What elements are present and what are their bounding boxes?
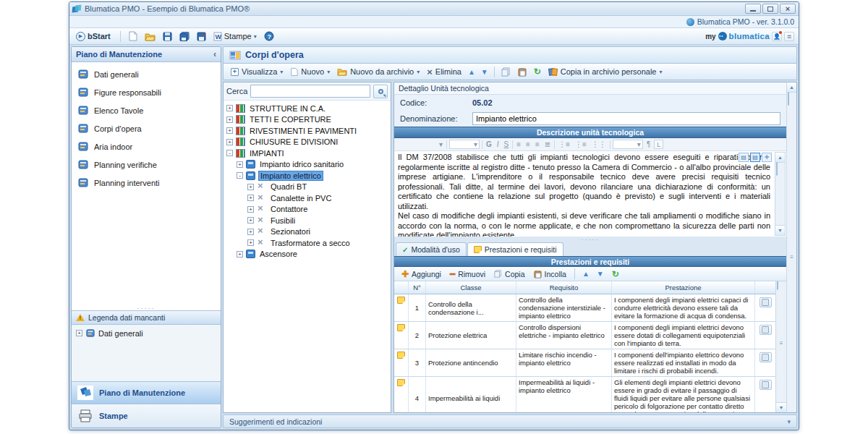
- view-mode-button[interactable]: ▤: [739, 153, 749, 162]
- tree-toggle[interactable]: +: [237, 251, 243, 258]
- row-note-button[interactable]: [760, 380, 772, 390]
- tree-node[interactable]: + Canalette in PVC: [225, 192, 389, 204]
- chevron-down-icon[interactable]: ▾: [787, 418, 791, 425]
- tree-toggle[interactable]: -: [226, 150, 233, 156]
- new-file-button[interactable]: [126, 30, 140, 42]
- italic-button[interactable]: I: [495, 140, 501, 148]
- nav-button-piano[interactable]: Piano di Manutenzione: [72, 381, 221, 404]
- elimina-button[interactable]: × Elimina: [424, 66, 464, 78]
- status-bar[interactable]: Suggerimenti ed indicazioni ▾: [223, 414, 797, 428]
- tree-node[interactable]: + Fusibili: [225, 215, 389, 226]
- table-row[interactable]: 4 Impermeabilità ai liquidi Impermeabili…: [394, 377, 775, 412]
- zoom-dropdown[interactable]: ▾: [613, 140, 643, 149]
- row-note-button[interactable]: [760, 352, 772, 362]
- save-as-button[interactable]: [195, 31, 208, 42]
- tree-node[interactable]: + Quadri BT: [225, 182, 389, 193]
- table-scrollbar[interactable]: ≡ ▼: [775, 281, 786, 412]
- tree-toggle[interactable]: +: [247, 184, 254, 190]
- scroll-thumb[interactable]: [776, 162, 778, 176]
- open-file-button[interactable]: [142, 31, 158, 42]
- row-note-button[interactable]: [760, 325, 772, 335]
- tree-node[interactable]: + TETTI E COPERTURE: [225, 114, 389, 126]
- tree-toggle[interactable]: +: [247, 217, 254, 224]
- bullet-list-button[interactable]: ⋮≡: [557, 140, 571, 148]
- tree-toggle[interactable]: +: [247, 229, 254, 235]
- visualizza-button[interactable]: + Visualizza▾: [228, 67, 286, 77]
- underline-button[interactable]: S: [503, 140, 511, 148]
- sidebar-item[interactable]: Figure responsabili: [72, 83, 221, 101]
- incolla-button[interactable]: Incolla: [531, 269, 569, 279]
- view-mode-active-button[interactable]: ▤: [750, 153, 760, 162]
- scroll-down-icon[interactable]: ▼: [776, 402, 786, 412]
- notes-icon[interactable]: ≣: [784, 32, 794, 41]
- sidebar-item[interactable]: Planning interventi: [72, 174, 221, 192]
- tab-prestazioni-requisiti[interactable]: Prestazioni e requisiti: [467, 242, 563, 256]
- restore-button[interactable]: [762, 4, 778, 14]
- tree-node[interactable]: - Impianto elettrico: [225, 170, 389, 182]
- refresh-button[interactable]: ↻: [531, 66, 544, 77]
- stampe-button[interactable]: W Stampe ▾: [211, 31, 259, 42]
- scroll-thumb[interactable]: [788, 92, 789, 106]
- tree-toggle[interactable]: +: [226, 139, 233, 145]
- sidebar-item[interactable]: Dati generali: [72, 65, 221, 83]
- table-row[interactable]: 2 Protezione elettrica Controllo dispers…: [394, 322, 775, 349]
- close-button[interactable]: ×: [780, 4, 796, 14]
- splitter-handle-icon[interactable]: ≡: [778, 340, 785, 346]
- numbered-list-button[interactable]: ⋮≡: [574, 140, 588, 148]
- sidebar-item[interactable]: Elenco Tavole: [72, 101, 221, 119]
- column-n[interactable]: N°: [409, 281, 426, 294]
- collapse-sidebar-icon[interactable]: ‹: [213, 49, 216, 59]
- tree-node[interactable]: + Sezionatori: [225, 226, 389, 238]
- tree-node[interactable]: + STRUTTURE IN C.A.: [225, 103, 389, 114]
- row-up-button[interactable]: ▲: [580, 270, 592, 278]
- tree-node[interactable]: + Ascensore: [225, 249, 389, 260]
- tree-toggle[interactable]: +: [247, 239, 254, 246]
- multilevel-list-button[interactable]: ⋮⋮: [590, 140, 608, 148]
- tree-toggle[interactable]: +: [247, 195, 254, 201]
- tree-toggle[interactable]: +: [226, 105, 233, 111]
- align-center-button[interactable]: ≡: [524, 140, 532, 148]
- detail-scrollbar[interactable]: ▲ ≡: [786, 82, 797, 413]
- scroll-up-icon[interactable]: ▲: [787, 82, 796, 93]
- move-up-button[interactable]: ▲: [466, 68, 477, 76]
- style-dropdown[interactable]: ▾: [438, 140, 444, 148]
- descrizione-scrollbar[interactable]: ▲ ▼: [775, 152, 786, 236]
- row-note-button[interactable]: [760, 297, 772, 307]
- copia-button[interactable]: Copia: [491, 269, 527, 279]
- nuovo-button[interactable]: Nuovo▾: [287, 67, 333, 77]
- sidebar-item[interactable]: Aria indoor: [72, 137, 221, 156]
- pilcrow-button[interactable]: ¶: [645, 140, 652, 148]
- paste-button[interactable]: [515, 67, 529, 77]
- sidebar-item[interactable]: Planning verifiche: [72, 156, 221, 174]
- tree-toggle[interactable]: -: [237, 172, 243, 179]
- align-justify-button[interactable]: ≣: [543, 140, 552, 148]
- help-button[interactable]: ?: [262, 30, 276, 42]
- detail-splitter[interactable]: ·····: [582, 237, 600, 242]
- tree-node[interactable]: - IMPIANTI: [225, 148, 389, 159]
- move-down-button[interactable]: ▼: [479, 68, 490, 76]
- layout-button[interactable]: L: [654, 140, 663, 149]
- tree-node[interactable]: + Impianto idrico sanitario: [225, 159, 389, 171]
- column-requisito[interactable]: Requisito: [516, 281, 612, 294]
- column-prestazione[interactable]: Prestazione: [612, 281, 755, 294]
- scroll-down-icon[interactable]: ▼: [775, 225, 785, 235]
- scroll-thumb[interactable]: [777, 281, 778, 290]
- copy-button[interactable]: [498, 67, 514, 77]
- table-row[interactable]: 1 Controllo della condensazione i... Con…: [394, 294, 775, 322]
- row-down-button[interactable]: ▼: [595, 270, 606, 278]
- tree-toggle[interactable]: +: [226, 116, 233, 123]
- rimuovi-button[interactable]: ━Rimuovi: [447, 268, 488, 280]
- nav-button-stampe[interactable]: Stampe: [72, 404, 221, 427]
- table-row[interactable]: 3 Protezione antincendio Limitare rischi…: [394, 349, 775, 377]
- descrizione-textarea[interactable]: Il DM 37/2008 stabilisce che tutti gli i…: [394, 151, 786, 237]
- sidebar-item[interactable]: Corpi d'opera: [72, 119, 221, 137]
- denominazione-input[interactable]: [472, 112, 780, 125]
- tree-node[interactable]: + RIVESTIMENTI E PAVIMENTI: [225, 125, 389, 137]
- save-all-button[interactable]: [177, 31, 192, 42]
- tree-node[interactable]: + Contattore: [225, 204, 389, 216]
- minimize-button[interactable]: [745, 4, 761, 14]
- aggiungi-button[interactable]: ✚Aggiungi: [399, 268, 444, 280]
- tree-toggle[interactable]: +: [76, 330, 82, 336]
- font-size-dropdown[interactable]: ▾: [449, 140, 480, 149]
- search-button[interactable]: [373, 85, 388, 98]
